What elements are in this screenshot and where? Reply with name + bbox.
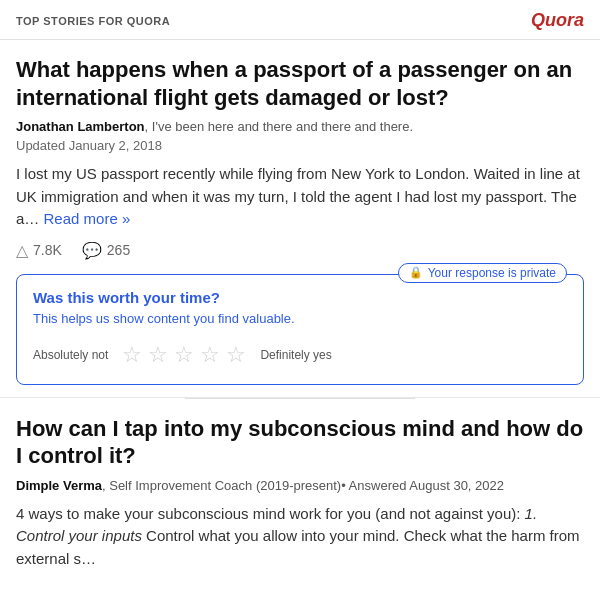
top-bar-label: TOP STORIES FOR QUORA (16, 15, 170, 27)
article-1-body: I lost my US passport recently while fly… (16, 163, 584, 231)
article-1-date: Updated January 2, 2018 (16, 138, 584, 153)
rating-badge: 🔒 Your response is private (398, 263, 567, 283)
star-3[interactable]: ☆ (174, 342, 194, 368)
stars-row-container: Absolutely not ☆ ☆ ☆ ☆ ☆ Definitely yes (33, 342, 567, 368)
article-2-meta: Dimple Verma, Self Improvement Coach (20… (16, 478, 584, 493)
article-1-author-bio: , I've been here and there and there and… (145, 119, 413, 134)
article-1: What happens when a passport of a passen… (0, 40, 600, 398)
star-4[interactable]: ☆ (200, 342, 220, 368)
article-2-author-bio: , Self Improvement Coach (2019-present) (102, 478, 341, 493)
upvote-stat[interactable]: △ 7.8K (16, 241, 62, 260)
star-5[interactable]: ☆ (226, 342, 246, 368)
article-2-body-text: 4 ways to make your subconscious mind wo… (16, 505, 525, 522)
article-1-author[interactable]: Jonathan Lamberton (16, 119, 145, 134)
article-1-title[interactable]: What happens when a passport of a passen… (16, 56, 584, 111)
article-1-read-more[interactable]: Read more » (44, 210, 131, 227)
article-1-stats: △ 7.8K 💬 265 (16, 241, 584, 260)
star-2[interactable]: ☆ (148, 342, 168, 368)
lock-icon: 🔒 (409, 266, 423, 279)
quora-logo: Quora (531, 10, 584, 31)
top-bar: TOP STORIES FOR QUORA Quora (0, 0, 600, 40)
label-definitely-yes: Definitely yes (260, 348, 331, 362)
rating-subtext: This helps us show content you find valu… (33, 310, 567, 328)
star-1[interactable]: ☆ (122, 342, 142, 368)
rating-question: Was this worth your time? (33, 289, 567, 306)
label-absolutely-not: Absolutely not (33, 348, 108, 362)
article-2-title[interactable]: How can I tap into my subconscious mind … (16, 415, 584, 470)
article-2: How can I tap into my subconscious mind … (0, 399, 600, 583)
rating-card: 🔒 Your response is private Was this wort… (16, 274, 584, 385)
article-2-body: 4 ways to make your subconscious mind wo… (16, 503, 584, 571)
upvote-icon: △ (16, 241, 28, 260)
article-1-meta: Jonathan Lamberton, I've been here and t… (16, 119, 584, 134)
rating-badge-text: Your response is private (428, 266, 556, 280)
comment-icon: 💬 (82, 241, 102, 260)
comment-count: 265 (107, 242, 130, 258)
upvote-count: 7.8K (33, 242, 62, 258)
article-2-answered: • Answered August 30, 2022 (341, 478, 504, 493)
stars-container[interactable]: ☆ ☆ ☆ ☆ ☆ (122, 342, 246, 368)
article-2-author[interactable]: Dimple Verma (16, 478, 102, 493)
comment-stat[interactable]: 💬 265 (82, 241, 130, 260)
